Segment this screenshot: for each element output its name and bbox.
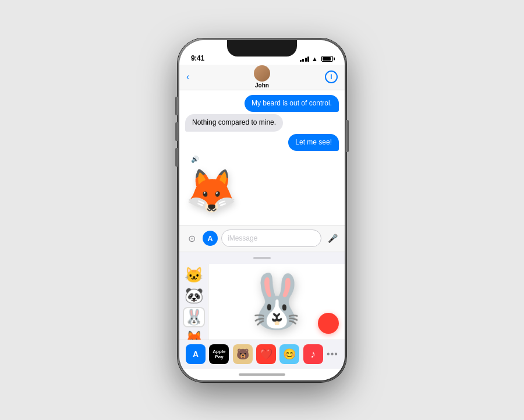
home-bar (239, 373, 285, 376)
contact-avatar[interactable] (254, 65, 270, 82)
heart-icon: ❤️ (260, 348, 272, 361)
music-icon: ♪ (310, 348, 316, 361)
memoji-button[interactable]: 😊 (279, 344, 299, 364)
more-button[interactable]: ••• (327, 349, 338, 359)
camera-icon: ⊙ (188, 233, 196, 244)
apps-button[interactable]: A (203, 231, 218, 246)
music-button[interactable]: ♪ (303, 344, 323, 364)
applepay-button[interactable]: ApplePay (209, 344, 229, 364)
phone-device: 9:41 ▲ ‹ John (178, 38, 346, 382)
apps-icon: A (207, 234, 213, 243)
battery-icon (321, 56, 333, 62)
animoji-sidebar: 🐱 🐼 🐰 🦊 🦄 (179, 264, 208, 340)
messages-area: My beard is out of control. Nothing comp… (179, 90, 345, 225)
info-icon: i (330, 73, 332, 81)
animoji-thumb-fox[interactable]: 🦊 (183, 330, 205, 340)
home-indicator (179, 369, 345, 380)
sound-indicator: 🔊 (191, 156, 199, 163)
imessage-input[interactable]: iMessage (221, 230, 321, 247)
rabbit-animoji: 🐰 (244, 271, 309, 332)
memoji-icon: 😊 (283, 348, 296, 361)
message-sent-1[interactable]: My beard is out of control. (245, 95, 339, 112)
fox-animoji: 🦊 (185, 164, 238, 217)
appstore-icon: A (193, 350, 199, 359)
back-button[interactable]: ‹ (186, 72, 189, 82)
nav-center: John (254, 65, 270, 89)
contact-name: John (255, 82, 269, 89)
mic-button[interactable]: 🎤 (325, 231, 340, 246)
info-button[interactable]: i (325, 70, 338, 83)
animoji-thumb-rabbit[interactable]: 🐰 (183, 307, 205, 327)
animoji-message[interactable]: 🔊 🦊 (185, 156, 238, 217)
applepay-icon: ApplePay (213, 349, 225, 359)
animoji-panel: 🐱 🐼 🐰 🦊 🦄 🐰 (179, 252, 345, 340)
animoji-thumb-cat[interactable]: 🐱 (183, 266, 205, 284)
phone-screen: 9:41 ▲ ‹ John (179, 40, 345, 380)
status-icons: ▲ (300, 55, 333, 62)
animoji-content: 🐱 🐼 🐰 🦊 🦄 🐰 (179, 264, 345, 340)
appstore-button[interactable]: A (186, 344, 206, 364)
input-bar: ⊙ A iMessage 🎤 (179, 225, 345, 252)
signal-icon (300, 56, 310, 62)
wifi-icon: ▲ (311, 55, 318, 62)
input-placeholder: iMessage (228, 234, 257, 242)
more-icon: ••• (327, 349, 338, 359)
mic-icon: 🎤 (328, 234, 338, 243)
camera-button[interactable]: ⊙ (184, 231, 199, 246)
nav-bar: ‹ John i (179, 65, 345, 90)
heart-button[interactable]: ❤️ (256, 344, 276, 364)
status-time: 9:41 (191, 54, 204, 62)
animoji-bear-icon: 🐻 (236, 348, 249, 361)
animoji-main: 🐰 (208, 264, 345, 340)
back-chevron-icon: ‹ (186, 72, 189, 82)
phone-notch (227, 40, 297, 57)
animoji-thumb-panda[interactable]: 🐼 (183, 287, 205, 305)
panel-drag-handle[interactable] (179, 252, 345, 264)
animoji-button[interactable]: 🐻 (233, 344, 253, 364)
message-received-1[interactable]: Nothing compared to mine. (185, 114, 283, 132)
record-button[interactable] (318, 313, 339, 334)
message-sent-2[interactable]: Let me see! (288, 134, 339, 151)
bottom-toolbar: A ApplePay 🐻 ❤️ 😊 ♪ ••• (179, 340, 345, 369)
